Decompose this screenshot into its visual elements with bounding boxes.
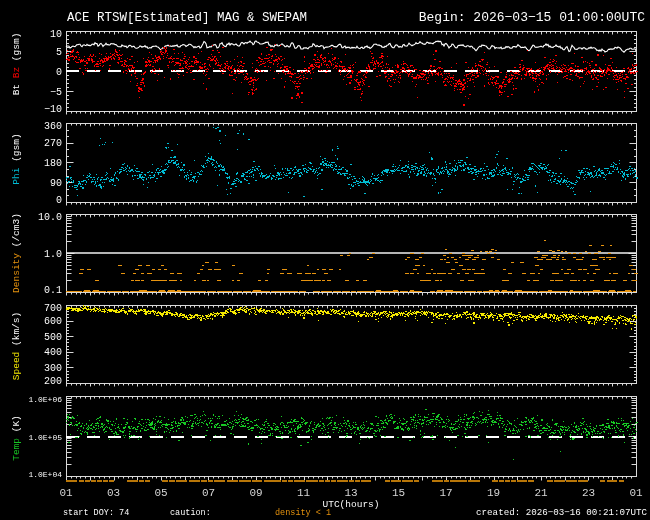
svg-text:05: 05 — [154, 487, 167, 499]
svg-text:10: 10 — [50, 29, 62, 40]
svg-text:density < 1: density < 1 — [275, 508, 331, 518]
svg-text:0: 0 — [56, 67, 62, 78]
svg-text:−10: −10 — [44, 104, 62, 115]
svg-text:0: 0 — [56, 195, 62, 206]
svg-text:start DOY: 74: start DOY: 74 — [63, 508, 129, 518]
svg-text:13: 13 — [344, 487, 357, 499]
svg-text:300: 300 — [44, 363, 62, 374]
svg-text:270: 270 — [44, 138, 62, 149]
svg-text:0.1: 0.1 — [44, 285, 62, 296]
svg-text:03: 03 — [107, 487, 120, 499]
svg-text:01: 01 — [629, 487, 643, 499]
svg-text:1.0E+06: 1.0E+06 — [28, 395, 62, 404]
svg-text:07: 07 — [202, 487, 215, 499]
svg-text:Bt Bz (gsm): Bt Bz (gsm) — [11, 33, 22, 96]
svg-text:19: 19 — [487, 487, 500, 499]
svg-text:600: 600 — [44, 316, 62, 327]
svg-text:caution:: caution: — [170, 508, 211, 518]
svg-text:11: 11 — [297, 487, 311, 499]
svg-text:1.0: 1.0 — [44, 249, 62, 260]
svg-text:360: 360 — [44, 121, 62, 132]
svg-text:1.0E+05: 1.0E+05 — [28, 433, 62, 442]
svg-text:Speed (km/s): Speed (km/s) — [11, 312, 22, 380]
svg-text:created: 2026−03−16 00:21:07U: created: 2026−03−16 00:21:07UTC — [476, 507, 647, 518]
svg-text:ACE RTSW[Estimated] MAG & SWEP: ACE RTSW[Estimated] MAG & SWEPAM — [67, 11, 307, 25]
svg-text:21: 21 — [534, 487, 548, 499]
svg-text:17: 17 — [439, 487, 452, 499]
svg-text:Begin: 2026−03−15 01:00:00UTC: Begin: 2026−03−15 01:00:00UTC — [419, 10, 645, 25]
svg-text:500: 500 — [44, 332, 62, 343]
svg-text:Temp (K): Temp (K) — [11, 415, 22, 461]
svg-text:90: 90 — [50, 178, 62, 189]
svg-text:Phi (gsm): Phi (gsm) — [11, 133, 22, 184]
svg-text:180: 180 — [44, 158, 62, 169]
svg-text:01: 01 — [59, 487, 73, 499]
svg-text:−5: −5 — [50, 87, 62, 98]
svg-text:1.0E+04: 1.0E+04 — [28, 470, 62, 479]
svg-text:Density (/cm3): Density (/cm3) — [11, 213, 22, 293]
svg-text:5: 5 — [56, 47, 62, 58]
svg-text:700: 700 — [44, 303, 62, 314]
svg-text:10.0: 10.0 — [38, 212, 62, 223]
svg-text:09: 09 — [249, 487, 262, 499]
svg-text:400: 400 — [44, 347, 62, 358]
svg-text:200: 200 — [44, 376, 62, 387]
svg-text:15: 15 — [392, 487, 405, 499]
svg-text:23: 23 — [582, 487, 595, 499]
